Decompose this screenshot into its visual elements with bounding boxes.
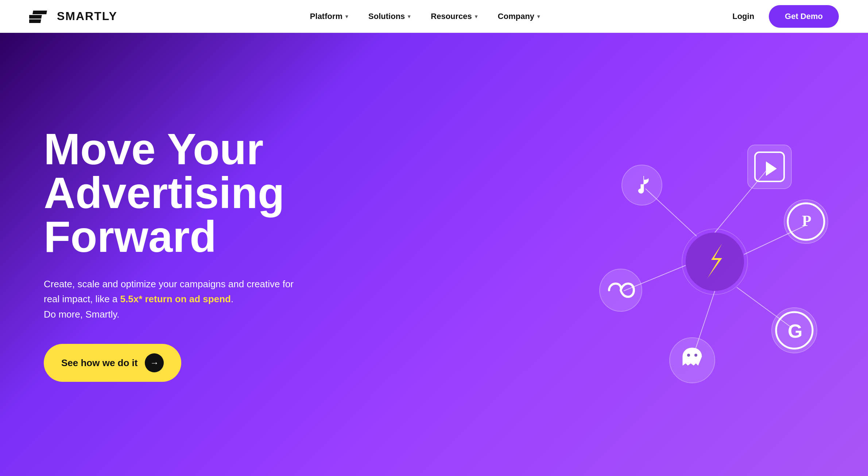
get-demo-button[interactable]: Get Demo bbox=[769, 5, 839, 28]
site-header: SMARTLY Platform ▾ Solutions ▾ Resources… bbox=[0, 0, 868, 33]
chevron-down-icon: ▾ bbox=[537, 14, 540, 19]
svg-text:P: P bbox=[802, 212, 811, 229]
svg-rect-2 bbox=[29, 19, 41, 23]
nav-resources-label: Resources bbox=[431, 12, 472, 21]
svg-rect-0 bbox=[29, 15, 42, 19]
nav-platform-label: Platform bbox=[310, 12, 342, 21]
main-nav: Platform ▾ Solutions ▾ Resources ▾ Compa… bbox=[310, 12, 540, 21]
chevron-down-icon: ▾ bbox=[475, 14, 477, 19]
arrow-right-icon: → bbox=[145, 353, 164, 372]
network-diagram: P G bbox=[591, 108, 839, 400]
network-svg: P G bbox=[591, 108, 839, 400]
logo-text: SMARTLY bbox=[57, 9, 117, 23]
hero-section: Move Your Advertising Forward Create, sc… bbox=[0, 33, 868, 476]
login-button[interactable]: Login bbox=[732, 12, 754, 21]
nav-platform[interactable]: Platform ▾ bbox=[310, 12, 348, 21]
chevron-down-icon: ▾ bbox=[408, 14, 410, 19]
nav-company[interactable]: Company ▾ bbox=[498, 12, 540, 21]
nav-resources[interactable]: Resources ▾ bbox=[431, 12, 477, 21]
nav-company-label: Company bbox=[498, 12, 534, 21]
svg-text:G: G bbox=[788, 320, 802, 342]
hero-cta-button[interactable]: See how we do it → bbox=[44, 344, 181, 382]
header-actions: Login Get Demo bbox=[732, 5, 839, 28]
hero-cta-label: See how we do it bbox=[61, 357, 137, 369]
nav-solutions-label: Solutions bbox=[368, 12, 405, 21]
nav-solutions[interactable]: Solutions ▾ bbox=[368, 12, 410, 21]
hero-title: Move Your Advertising Forward bbox=[44, 127, 299, 258]
hero-content: Move Your Advertising Forward Create, sc… bbox=[44, 127, 299, 382]
hero-title-line2: Advertising bbox=[44, 168, 284, 217]
svg-rect-1 bbox=[32, 11, 47, 14]
svg-point-4 bbox=[686, 233, 744, 291]
logo-icon bbox=[29, 8, 51, 24]
hero-title-line3: Forward bbox=[44, 212, 216, 261]
hero-subtitle-highlight: 5.5x* return on ad spend bbox=[120, 293, 231, 304]
logo-area[interactable]: SMARTLY bbox=[29, 8, 117, 24]
svg-point-24 bbox=[687, 354, 690, 357]
chevron-down-icon: ▾ bbox=[345, 14, 348, 19]
hero-subtitle: Create, scale and optimize your campaign… bbox=[44, 277, 299, 322]
hero-title-line1: Move Your bbox=[44, 124, 263, 173]
svg-point-25 bbox=[694, 354, 697, 357]
